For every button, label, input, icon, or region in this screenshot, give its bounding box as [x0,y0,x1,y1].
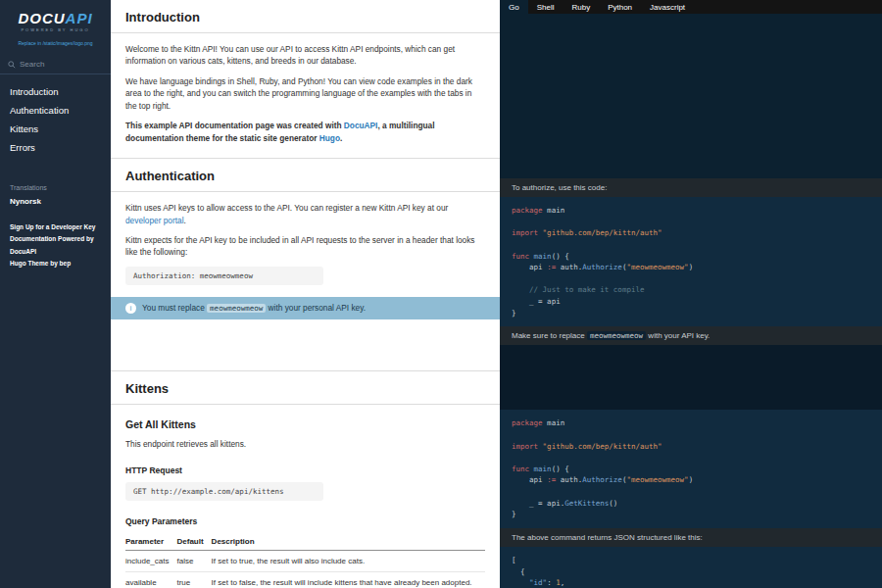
table-row: availabletrueIf set to false, the result… [125,572,485,588]
authentication-paragraph-1: Kittn uses API keys to allow access to t… [125,202,485,226]
footer-link-1[interactable]: Documentation Powered by DocuAPI [10,233,101,258]
code-panel: GoShellRubyPythonJavascript To authorize… [500,0,882,588]
lang-tab-shell[interactable]: Shell [528,0,564,14]
table-cell: include_cats [125,551,176,572]
footer-link-2[interactable]: Hugo Theme by bep [10,258,101,270]
section-kittens: Kittens Get All Kittens This endpoint re… [111,370,500,588]
query-parameters-title: Query Parameters [125,516,485,526]
lang-tab-ruby[interactable]: Ruby [563,0,599,14]
introduction-paragraph-1: Welcome to the Kittn API! You can use ou… [125,43,485,68]
section-introduction: Introduction Welcome to the Kittn API! Y… [111,0,500,144]
sidebar-item-authentication[interactable]: Authentication [0,101,111,120]
docuapi-link[interactable]: DocuAPI [344,121,378,130]
section-authentication: Authentication Kittn uses API keys to al… [111,158,500,319]
authorization-header-code: Authorization: meowmeowmeow [125,267,323,285]
logo-text-main: DOCU [18,10,65,26]
footer-link-0[interactable]: Sign Up for a Developer Key [10,221,101,233]
lang-tab-go[interactable]: Go [500,0,528,14]
table-header-default: Default [176,533,211,551]
app-window: DOCUAPI POWERED BY HUGO Replace in /stat… [0,0,882,588]
kittens-title: Kittens [111,371,500,405]
introduction-title: Introduction [111,0,500,33]
translations-section: Translations Nynorsk [0,184,111,208]
query-parameters-table: ParameterDefaultDescription include_cats… [125,533,485,588]
table-cell: If set to true, the result will also inc… [212,551,485,572]
table-cell: true [176,572,211,588]
authorize-annotation: To authorize, use this code: [500,178,882,197]
main-content: Introduction Welcome to the Kittn API! Y… [111,0,500,588]
json-result-annotation: The above command returns JSON structure… [500,528,882,547]
lang-tab-python[interactable]: Python [599,0,641,14]
json-result-code-block: [ { "id": 1, "name": "Fluffums", "breed"… [500,547,882,588]
sidebar-footer: Sign Up for a Developer KeyDocumentation… [0,221,111,270]
table-header-parameter: Parameter [125,533,176,551]
http-request-title: HTTP Request [125,466,485,475]
table-row: include_catsfalseIf set to true, the res… [125,551,485,572]
meowmeowmeow-code: meowmeowmeow [207,304,266,313]
info-icon: i [125,303,136,314]
code-panel-spacer-dark [500,345,882,410]
table-header-description: Description [212,533,485,551]
kittens-paragraph-1: This endpoint retrieves all kittens. [125,438,485,450]
developer-portal-link[interactable]: developer portal [125,216,184,225]
search-icon [8,61,16,69]
sidebar-item-introduction[interactable]: Introduction [0,82,111,101]
query-parameters-thead: ParameterDefaultDescription [125,533,485,551]
search-input[interactable] [20,60,98,69]
meowmeowmeow-code-dark: meowmeowmeow [587,331,646,340]
sidebar-item-kittens[interactable]: Kittens [0,120,111,138]
introduction-paragraph-2: We have language bindings in Shell, Ruby… [125,75,485,112]
code-panel-spacer [500,14,882,178]
translation-link-nynorsk[interactable]: Nynorsk [10,195,101,208]
table-cell: false [176,551,211,572]
logo: DOCUAPI POWERED BY HUGO [0,0,111,34]
lang-tab-javascript[interactable]: Javascript [641,0,694,14]
sidebar-nav: IntroductionAuthenticationKittensErrors [0,82,111,157]
go-get-kittens-code-block: package main import "github.com/bep/kitt… [500,410,882,528]
api-key-notice: i You must replace meowmeowmeow with you… [111,297,500,319]
logo-replace-note-link[interactable]: Replace in /static/images/logo.png [0,40,111,46]
query-parameters-tbody: include_catsfalseIf set to true, the res… [125,551,485,588]
translations-title: Translations [10,184,101,191]
hugo-link[interactable]: Hugo [319,133,340,143]
sidebar-item-errors[interactable]: Errors [0,138,111,157]
authentication-title: Authentication [111,159,500,192]
introduction-paragraph-3: This example API documentation page was … [125,120,485,144]
table-cell: If set to false, the result will include… [212,572,485,588]
sidebar: DOCUAPI POWERED BY HUGO Replace in /stat… [0,0,111,588]
replace-key-annotation: Make sure to replace meowmeowmeow with y… [500,326,882,345]
authentication-paragraph-2: Kittn expects for the API key to be incl… [125,234,485,259]
logo-text-accent: API [66,10,93,26]
http-request-code: GET http://example.com/api/kittens [125,482,323,501]
get-all-kittens-title: Get All Kittens [125,418,485,430]
table-cell: available [125,572,176,588]
translations-list: Nynorsk [10,195,101,208]
go-auth-code-block: package main import "github.com/bep/kitt… [500,197,882,326]
search-box[interactable] [0,56,111,74]
logo-tagline: POWERED BY HUGO [4,27,107,32]
language-tabs: GoShellRubyPythonJavascript [500,0,882,14]
